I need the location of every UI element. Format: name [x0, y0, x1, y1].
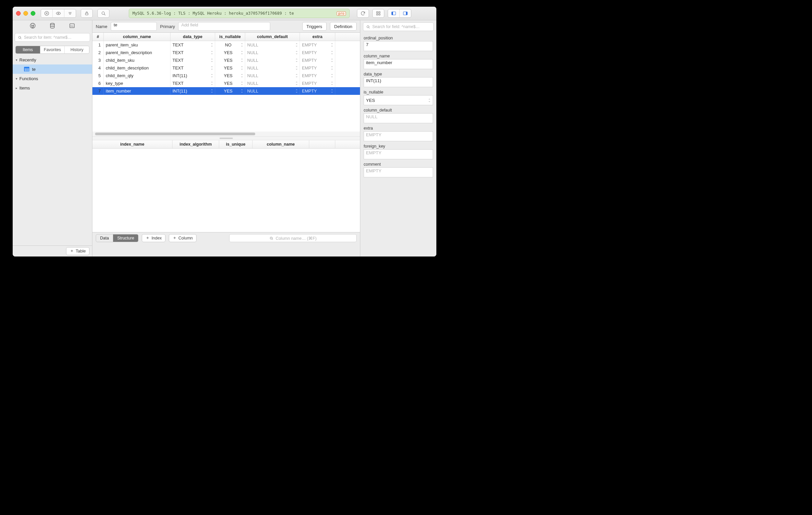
cell-extra[interactable]: EMPTY [300, 64, 335, 72]
bottom-tab-structure[interactable]: Structure [113, 235, 138, 242]
idx-hdr-col[interactable]: column_name [253, 140, 309, 148]
cell-column-name[interactable]: parent_item_description [104, 49, 171, 56]
cell-column-default[interactable]: NULL [245, 49, 300, 56]
cell-extra[interactable]: EMPTY [300, 56, 335, 64]
cell-is-nullable[interactable]: NO [215, 41, 245, 49]
cell-is-nullable[interactable]: YES [215, 56, 245, 64]
index-blank-area[interactable] [92, 148, 360, 232]
cell-column-name[interactable]: child_item_description [104, 64, 171, 72]
cell-extra[interactable]: EMPTY [300, 49, 335, 56]
connection-pill[interactable]: MySQL 5.6.36-log : TLS : MySQL Heroku : … [129, 9, 350, 18]
cell-column-default[interactable]: NULL [245, 72, 300, 80]
search-button[interactable] [97, 9, 109, 18]
bottom-search[interactable]: Column name… (⌘F) [229, 234, 357, 242]
cancel-icon[interactable] [41, 9, 53, 17]
lock-icon[interactable] [81, 9, 93, 18]
cell-column-default[interactable]: NULL [245, 56, 300, 64]
inspector-field-extra[interactable]: EMPTY [364, 131, 433, 141]
tree-section-items[interactable]: ▸ Items [13, 83, 92, 92]
stepper-icon[interactable] [329, 43, 333, 47]
col-hdr-nullable[interactable]: is_nullable [215, 33, 245, 41]
col-hdr-default[interactable]: column_default [245, 33, 300, 41]
stepper-icon[interactable] [329, 74, 333, 78]
stepper-icon[interactable] [209, 51, 213, 54]
tree-item-te[interactable]: te [13, 64, 92, 74]
plug-icon[interactable] [29, 22, 36, 29]
table-name-input[interactable]: te [111, 22, 157, 31]
definition-button[interactable]: Definition [330, 22, 357, 31]
eye-icon[interactable] [53, 9, 64, 17]
cell-data-type[interactable]: TEXT [171, 41, 215, 49]
stepper-icon[interactable] [428, 99, 431, 102]
sidebar-tab-items[interactable]: Items [16, 46, 40, 53]
inspector-field-comment[interactable]: EMPTY [364, 167, 433, 177]
cell-column-default[interactable]: NULL [245, 87, 300, 95]
cell-is-nullable[interactable]: YES [215, 72, 245, 80]
cell-column-name[interactable]: parent_item_sku [104, 41, 171, 49]
idx-hdr-name[interactable]: index_name [92, 140, 172, 148]
stepper-icon[interactable] [209, 66, 213, 70]
stepper-icon[interactable] [239, 74, 243, 78]
col-hdr-name[interactable]: column_name [104, 33, 171, 41]
inspector-search[interactable]: Search for field: ^name$… [363, 22, 434, 31]
add-table-button[interactable]: ＋Table [66, 247, 89, 255]
database-icon[interactable] [49, 22, 56, 29]
stepper-icon[interactable] [239, 51, 243, 54]
refresh-button[interactable] [357, 9, 369, 18]
stepper-icon[interactable] [239, 58, 243, 62]
split-drag-handle[interactable] [92, 136, 360, 140]
stepper-icon[interactable] [209, 43, 213, 47]
stepper-icon[interactable] [329, 89, 333, 93]
stepper-icon[interactable] [239, 81, 243, 85]
col-hdr-extra[interactable]: extra [300, 33, 335, 41]
scrollbar-thumb[interactable] [95, 133, 255, 135]
stepper-icon[interactable] [239, 66, 243, 70]
stepper-icon[interactable] [294, 81, 297, 85]
right-panel-toggle[interactable] [400, 9, 411, 17]
inspector-field-is_nullable[interactable]: YES [364, 95, 433, 105]
cell-column-default[interactable]: NULL [245, 64, 300, 72]
close-window-button[interactable] [16, 11, 21, 16]
stepper-icon[interactable] [294, 51, 297, 54]
sidebar-search[interactable]: Search for item: ^name$… [15, 33, 90, 42]
cell-data-type[interactable]: TEXT [171, 80, 215, 87]
columns-row[interactable]: 3child_item_skuTEXTYESNULLEMPTY [92, 56, 360, 64]
idx-hdr-extra[interactable] [309, 140, 335, 148]
stepper-icon[interactable] [294, 58, 297, 62]
stepper-icon[interactable] [239, 89, 243, 93]
idx-hdr-algo[interactable]: index_algorithm [172, 140, 219, 148]
add-column-button[interactable]: ＋Column [169, 234, 197, 242]
stepper-icon[interactable] [239, 43, 243, 47]
columns-hscrollbar[interactable] [92, 132, 360, 136]
stepper-icon[interactable] [294, 89, 297, 93]
columns-row[interactable]: 6key_typeTEXTYESNULLEMPTY [92, 80, 360, 87]
inspector-field-column_default[interactable]: NULL [364, 113, 433, 123]
add-index-button[interactable]: ＋Index [142, 234, 166, 242]
stepper-icon[interactable] [329, 66, 333, 70]
columns-row[interactable]: 4child_item_descriptionTEXTYESNULLEMPTY [92, 64, 360, 72]
grid-view-button[interactable] [372, 9, 384, 18]
stepper-icon[interactable] [294, 74, 297, 78]
stepper-icon[interactable] [329, 58, 333, 62]
columns-row[interactable]: 2parent_item_descriptionTEXTYESNULLEMPTY [92, 49, 360, 56]
bottom-tab-data[interactable]: Data [96, 235, 113, 242]
columns-blank-area[interactable] [92, 95, 360, 132]
minimize-window-button[interactable] [23, 11, 28, 16]
columns-row[interactable]: 1parent_item_skuTEXTNONULLEMPTY [92, 41, 360, 49]
inspector-field-foreign_key[interactable]: EMPTY [364, 149, 433, 159]
stepper-icon[interactable] [209, 74, 213, 78]
cell-is-nullable[interactable]: YES [215, 64, 245, 72]
sidebar-tab-favorites[interactable]: Favorites [40, 46, 65, 53]
stepper-icon[interactable] [209, 58, 213, 62]
cell-extra[interactable]: EMPTY [300, 41, 335, 49]
cell-data-type[interactable]: INT(11) [171, 87, 215, 95]
stepper-icon[interactable] [209, 89, 213, 93]
cell-extra[interactable]: EMPTY [300, 80, 335, 87]
stepper-icon[interactable] [329, 81, 333, 85]
cell-is-nullable[interactable]: YES [215, 49, 245, 56]
columns-row[interactable]: 5child_item_qtyINT(11)YESNULLEMPTY [92, 72, 360, 80]
add-field-input[interactable]: Add field [178, 22, 270, 31]
inspector-field-column_name[interactable]: item_number [364, 59, 433, 69]
triggers-button[interactable]: Triggers [302, 22, 327, 31]
cell-is-nullable[interactable]: YES [215, 87, 245, 95]
